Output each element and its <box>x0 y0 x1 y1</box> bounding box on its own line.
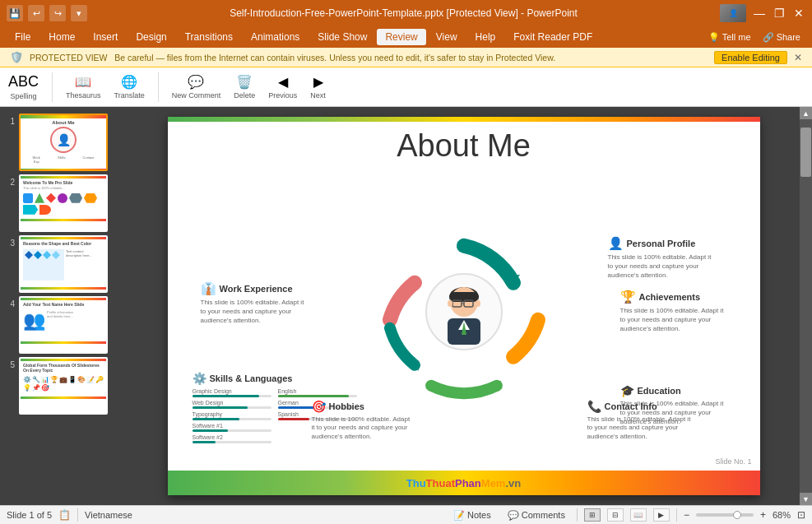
menu-transitions[interactable]: Transitions <box>177 29 241 45</box>
personal-label: Personal Profile <box>627 239 696 248</box>
undo-icon[interactable]: ↩ <box>28 5 44 21</box>
app-title: Self-Introduction-Free-PowerPoint-Templa… <box>87 7 720 19</box>
scroll-track <box>800 119 812 493</box>
zoom-slider[interactable] <box>696 513 754 517</box>
menu-insert[interactable]: Insert <box>85 29 126 45</box>
slide-thumb-4[interactable]: 4 Add Your Text Name Here Slide 👥 Profil… <box>3 296 124 354</box>
spelling-button[interactable]: ABC Spelling <box>8 73 39 100</box>
skills-label: Skills & Languages <box>210 373 293 383</box>
status-divider-2 <box>577 508 578 522</box>
slide-canvas: About Me <box>168 117 760 495</box>
prev-comment-button[interactable]: ◀ Previous <box>268 74 297 100</box>
ribbon-content: ABC Spelling 📖 Thesaurus 🌐 Translate 💬 N… <box>0 67 812 107</box>
language-indicator: Vietnamese <box>85 510 132 520</box>
hobbies-label: Hobbies <box>329 401 364 411</box>
minimize-button[interactable]: — <box>753 7 766 20</box>
contact-desc: This slide is 100% editable. Adapt it to… <box>587 415 694 442</box>
menu-animations[interactable]: Animations <box>243 29 308 45</box>
protected-view-bar: 🛡️ PROTECTED VIEW Be careful — files fro… <box>0 48 812 67</box>
menu-bar: File Home Insert Design Transitions Anim… <box>0 26 812 48</box>
achievements-label: Achievements <box>639 292 701 302</box>
menu-file[interactable]: File <box>7 29 39 45</box>
reading-view-button[interactable]: 📖 <box>630 508 647 522</box>
enable-editing-button[interactable]: Enable Editing <box>714 51 787 64</box>
delete-comment-button[interactable]: 🗑️ Delete <box>234 74 255 100</box>
zoom-out-icon[interactable]: − <box>684 509 689 521</box>
window-controls: 👤 — ❐ ✕ <box>720 4 805 22</box>
status-left: Slide 1 of 5 📋 Vietnamese <box>7 508 132 522</box>
notes-icon: 📝 <box>453 510 465 521</box>
shield-icon: 🛡️ <box>10 51 23 63</box>
slide-number-4: 4 <box>3 299 15 308</box>
share-button[interactable]: 🔗 Share <box>758 30 805 44</box>
section-hobbies: 🎯 Hobbies This slide is 100% editable. A… <box>312 400 411 442</box>
status-divider-1 <box>77 508 78 522</box>
status-right: 📝 Notes 💬 Comments ⊞ ⊟ 📖 ▶ − + 68% ⊡ <box>448 508 805 522</box>
slide-sorter-button[interactable]: ⊟ <box>607 508 624 522</box>
vertical-scrollbar[interactable]: ▲ ▼ <box>800 107 812 505</box>
thesaurus-button[interactable]: 📖 Thesaurus <box>66 74 101 100</box>
scroll-up-button[interactable]: ▲ <box>800 107 812 119</box>
save-icon[interactable]: 💾 <box>7 5 23 21</box>
slide-thumb-1[interactable]: 1 About Me 👤 WorkExp Skills Contact <box>3 114 124 171</box>
center-person <box>423 271 505 353</box>
new-comment-button[interactable]: 💬 New Comment <box>172 74 221 100</box>
notes-label: Notes <box>467 510 491 520</box>
fit-slide-icon[interactable]: ⊡ <box>797 509 805 521</box>
slide-number-3: 3 <box>3 239 15 248</box>
restore-button[interactable]: ❐ <box>773 7 786 20</box>
next-comment-button[interactable]: ▶ Next <box>310 74 326 100</box>
tell-me-input[interactable]: 💡 Tell me <box>703 30 756 44</box>
translate-button[interactable]: 🌐 Translate <box>114 74 145 100</box>
hobbies-icon: 🎯 <box>312 400 326 413</box>
customize-qat-icon[interactable]: ▾ <box>71 5 87 21</box>
achievements-desc: This slide is 100% editable. Adapt it to… <box>620 307 727 333</box>
editor-area: About Me <box>128 107 800 505</box>
slide-number-indicator: Slide No. 1 <box>715 457 751 466</box>
comments-button[interactable]: 💬 Comments <box>503 509 570 522</box>
menu-view[interactable]: View <box>428 29 466 45</box>
menu-foxit[interactable]: Foxit Reader PDF <box>505 29 601 45</box>
section-personal: 👤 Personal Profile This slide is 100% ed… <box>608 236 715 280</box>
slide-thumb-2[interactable]: 2 Welcome To Me Pro Slide This slide is … <box>3 174 124 232</box>
personal-desc: This slide is 100% editable. Adapt it to… <box>608 253 715 280</box>
slide-preview-2: Welcome To Me Pro Slide This slide is 10… <box>19 174 108 232</box>
section-achievements: 🏆 Achievements This slide is 100% editab… <box>620 290 727 333</box>
education-label: Education <box>638 386 681 396</box>
zoom-in-icon[interactable]: + <box>760 509 766 521</box>
menu-help[interactable]: Help <box>467 29 504 45</box>
zoom-thumb[interactable] <box>733 511 741 519</box>
status-bar: Slide 1 of 5 📋 Vietnamese 📝 Notes 💬 Comm… <box>0 505 812 524</box>
title-bar-left: 💾 ↩ ↪ ▾ <box>7 5 87 21</box>
slide-preview-1: About Me 👤 WorkExp Skills Contact <box>19 114 108 171</box>
slide-title: About Me <box>397 128 531 164</box>
zoom-level[interactable]: 68% <box>773 510 791 520</box>
main-area: 1 About Me 👤 WorkExp Skills Contact 2 <box>0 107 812 505</box>
slide-preview-4: Add Your Text Name Here Slide 👥 Profile … <box>19 296 108 354</box>
slide-count: Slide 1 of 5 <box>7 510 52 520</box>
bottom-accent-bar: ThuThuatPhanMem.vn <box>168 471 760 495</box>
work-desc: This slide is 100% editable. Adapt it to… <box>201 299 308 325</box>
slide-number-2: 2 <box>3 178 15 187</box>
hobbies-desc: This slide is 100% editable. Adapt it to… <box>312 415 411 442</box>
scroll-down-button[interactable]: ▼ <box>800 493 812 505</box>
slideshow-button[interactable]: ▶ <box>653 508 670 522</box>
close-protected-icon[interactable]: ✕ <box>794 52 802 63</box>
svg-point-16 <box>476 300 480 307</box>
contact-label: Contact Info <box>605 401 657 411</box>
slide-preview-5: Global Form Thousands Of Slidestores On … <box>19 357 108 415</box>
personal-icon: 👤 <box>608 236 624 251</box>
redo-icon[interactable]: ↪ <box>49 5 66 21</box>
slide-preview-3: Reasons the Shape and Best Color Text co… <box>19 235 108 293</box>
slide-thumb-3[interactable]: 3 Reasons the Shape and Best Color Text … <box>3 235 124 293</box>
menu-home[interactable]: Home <box>40 29 83 45</box>
scroll-thumb[interactable] <box>800 128 811 177</box>
menu-review[interactable]: Review <box>377 29 425 45</box>
notes-button[interactable]: 📝 Notes <box>448 509 496 522</box>
section-contact: 📞 Contact Info This slide is 100% editab… <box>587 400 694 442</box>
menu-slideshow[interactable]: Slide Show <box>309 29 375 45</box>
normal-view-button[interactable]: ⊞ <box>584 508 601 522</box>
menu-design[interactable]: Design <box>128 29 174 45</box>
close-button[interactable]: ✕ <box>792 7 805 20</box>
slide-thumb-5[interactable]: 5 Global Form Thousands Of Slidestores O… <box>3 357 124 415</box>
